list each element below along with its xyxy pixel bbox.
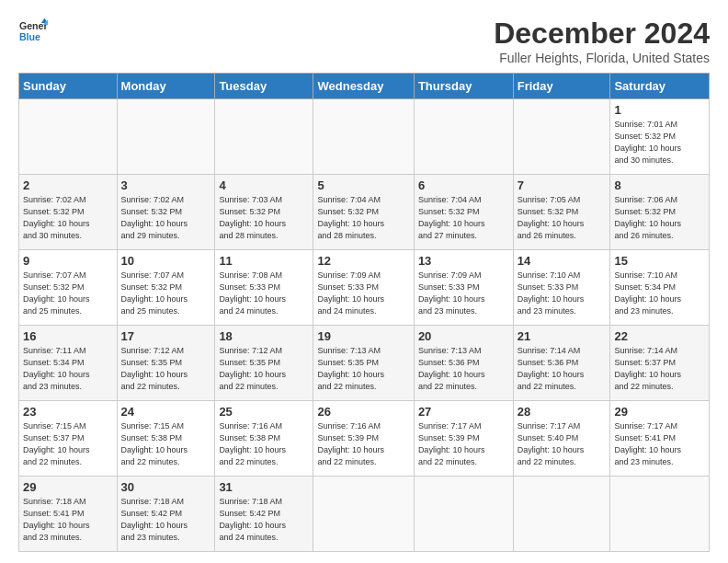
day-number: 20 <box>418 329 509 343</box>
calendar-cell <box>513 477 610 552</box>
day-info: Sunrise: 7:17 AM Sunset: 5:39 PM Dayligh… <box>418 421 485 466</box>
day-info: Sunrise: 7:13 AM Sunset: 5:36 PM Dayligh… <box>418 346 485 391</box>
day-number: 17 <box>121 329 211 343</box>
calendar-cell: 30Sunrise: 7:18 AM Sunset: 5:42 PM Dayli… <box>117 477 215 552</box>
day-number: 18 <box>219 329 309 343</box>
day-number: 29 <box>23 480 113 494</box>
calendar-cell: 26Sunrise: 7:16 AM Sunset: 5:39 PM Dayli… <box>313 401 414 477</box>
calendar-cell: 2Sunrise: 7:02 AM Sunset: 5:32 PM Daylig… <box>19 175 118 250</box>
calendar-cell <box>313 477 414 552</box>
day-number: 16 <box>23 329 113 343</box>
day-number: 28 <box>518 405 607 419</box>
calendar-cell: 19Sunrise: 7:13 AM Sunset: 5:35 PM Dayli… <box>313 326 414 401</box>
day-info: Sunrise: 7:15 AM Sunset: 5:37 PM Dayligh… <box>23 421 90 466</box>
location: Fuller Heights, Florida, United States <box>494 51 710 65</box>
day-info: Sunrise: 7:04 AM Sunset: 5:32 PM Dayligh… <box>317 195 384 240</box>
calendar-cell <box>117 99 215 175</box>
day-number: 9 <box>23 254 113 268</box>
day-info: Sunrise: 7:08 AM Sunset: 5:33 PM Dayligh… <box>219 270 286 316</box>
day-number: 31 <box>219 480 309 494</box>
col-thursday: Thursday <box>414 74 513 99</box>
calendar-cell: 27Sunrise: 7:17 AM Sunset: 5:39 PM Dayli… <box>414 401 513 477</box>
calendar-cell <box>414 477 513 552</box>
day-info: Sunrise: 7:15 AM Sunset: 5:38 PM Dayligh… <box>121 421 188 466</box>
day-number: 19 <box>317 329 409 343</box>
calendar-cell: 31Sunrise: 7:18 AM Sunset: 5:42 PM Dayli… <box>215 477 313 552</box>
day-info: Sunrise: 7:07 AM Sunset: 5:32 PM Dayligh… <box>23 270 90 316</box>
day-info: Sunrise: 7:18 AM Sunset: 5:42 PM Dayligh… <box>219 497 286 542</box>
calendar-cell: 13Sunrise: 7:09 AM Sunset: 5:33 PM Dayli… <box>414 250 513 326</box>
calendar-cell: 7Sunrise: 7:05 AM Sunset: 5:32 PM Daylig… <box>513 175 610 250</box>
day-info: Sunrise: 7:14 AM Sunset: 5:37 PM Dayligh… <box>614 346 681 391</box>
day-info: Sunrise: 7:02 AM Sunset: 5:32 PM Dayligh… <box>121 195 188 240</box>
calendar-cell: 24Sunrise: 7:15 AM Sunset: 5:38 PM Dayli… <box>117 401 215 477</box>
header: General Blue December 2024 Fuller Height… <box>18 17 710 65</box>
day-number: 3 <box>121 178 211 192</box>
calendar-cell: 28Sunrise: 7:17 AM Sunset: 5:40 PM Dayli… <box>513 401 610 477</box>
calendar-cell: 18Sunrise: 7:12 AM Sunset: 5:35 PM Dayli… <box>215 326 313 401</box>
col-monday: Monday <box>117 74 215 99</box>
day-info: Sunrise: 7:13 AM Sunset: 5:35 PM Dayligh… <box>317 346 384 391</box>
day-number: 29 <box>614 405 705 419</box>
day-info: Sunrise: 7:10 AM Sunset: 5:33 PM Dayligh… <box>518 270 585 316</box>
day-info: Sunrise: 7:10 AM Sunset: 5:34 PM Dayligh… <box>614 270 681 316</box>
month-title: December 2024 <box>494 17 710 51</box>
day-number: 25 <box>219 405 309 419</box>
calendar-cell: 14Sunrise: 7:10 AM Sunset: 5:33 PM Dayli… <box>513 250 610 326</box>
day-info: Sunrise: 7:02 AM Sunset: 5:32 PM Dayligh… <box>23 195 90 240</box>
day-info: Sunrise: 7:05 AM Sunset: 5:32 PM Dayligh… <box>518 195 585 240</box>
day-info: Sunrise: 7:18 AM Sunset: 5:42 PM Dayligh… <box>121 497 188 542</box>
calendar-cell: 10Sunrise: 7:07 AM Sunset: 5:32 PM Dayli… <box>117 250 215 326</box>
calendar-cell: 29Sunrise: 7:17 AM Sunset: 5:41 PM Dayli… <box>610 401 710 477</box>
calendar-header-row: Sunday Monday Tuesday Wednesday Thursday… <box>19 74 710 99</box>
col-sunday: Sunday <box>19 74 118 99</box>
logo-icon: General Blue <box>18 17 48 46</box>
calendar-cell: 20Sunrise: 7:13 AM Sunset: 5:36 PM Dayli… <box>414 326 513 401</box>
calendar-cell: 11Sunrise: 7:08 AM Sunset: 5:33 PM Dayli… <box>215 250 313 326</box>
col-saturday: Saturday <box>610 74 710 99</box>
day-number: 4 <box>219 178 309 192</box>
day-number: 15 <box>614 254 705 268</box>
day-info: Sunrise: 7:06 AM Sunset: 5:32 PM Dayligh… <box>614 195 681 240</box>
logo: General Blue <box>18 17 48 46</box>
day-number: 2 <box>23 178 113 192</box>
calendar-cell: 23Sunrise: 7:15 AM Sunset: 5:37 PM Dayli… <box>19 401 118 477</box>
calendar-cell: 15Sunrise: 7:10 AM Sunset: 5:34 PM Dayli… <box>610 250 710 326</box>
calendar-cell <box>19 99 118 175</box>
day-number: 27 <box>418 405 509 419</box>
calendar-cell: 22Sunrise: 7:14 AM Sunset: 5:37 PM Dayli… <box>610 326 710 401</box>
day-number: 13 <box>418 254 509 268</box>
calendar-cell <box>513 99 610 175</box>
day-info: Sunrise: 7:04 AM Sunset: 5:32 PM Dayligh… <box>418 195 485 240</box>
day-number: 12 <box>317 254 409 268</box>
calendar-cell: 16Sunrise: 7:11 AM Sunset: 5:34 PM Dayli… <box>19 326 118 401</box>
calendar-cell: 25Sunrise: 7:16 AM Sunset: 5:38 PM Dayli… <box>215 401 313 477</box>
calendar-cell <box>610 477 710 552</box>
day-info: Sunrise: 7:03 AM Sunset: 5:32 PM Dayligh… <box>219 195 286 240</box>
col-wednesday: Wednesday <box>313 74 414 99</box>
calendar-cell <box>215 99 313 175</box>
title-block: December 2024 Fuller Heights, Florida, U… <box>494 17 710 65</box>
col-tuesday: Tuesday <box>215 74 313 99</box>
day-info: Sunrise: 7:11 AM Sunset: 5:34 PM Dayligh… <box>23 346 90 391</box>
calendar-table: Sunday Monday Tuesday Wednesday Thursday… <box>18 73 710 552</box>
day-info: Sunrise: 7:16 AM Sunset: 5:38 PM Dayligh… <box>219 421 286 466</box>
svg-text:Blue: Blue <box>19 31 40 42</box>
day-number: 11 <box>219 254 309 268</box>
day-info: Sunrise: 7:09 AM Sunset: 5:33 PM Dayligh… <box>418 270 485 316</box>
day-number: 30 <box>121 480 211 494</box>
calendar-cell <box>414 99 513 175</box>
calendar-cell: 29Sunrise: 7:18 AM Sunset: 5:41 PM Dayli… <box>19 477 118 552</box>
calendar-cell <box>313 99 414 175</box>
calendar-cell: 21Sunrise: 7:14 AM Sunset: 5:36 PM Dayli… <box>513 326 610 401</box>
day-info: Sunrise: 7:09 AM Sunset: 5:33 PM Dayligh… <box>317 270 384 316</box>
day-number: 6 <box>418 178 509 192</box>
day-info: Sunrise: 7:12 AM Sunset: 5:35 PM Dayligh… <box>121 346 188 391</box>
calendar-cell: 8Sunrise: 7:06 AM Sunset: 5:32 PM Daylig… <box>610 175 710 250</box>
day-number: 21 <box>518 329 607 343</box>
day-number: 23 <box>23 405 113 419</box>
day-info: Sunrise: 7:16 AM Sunset: 5:39 PM Dayligh… <box>317 421 384 466</box>
day-number: 24 <box>121 405 211 419</box>
calendar-cell: 3Sunrise: 7:02 AM Sunset: 5:32 PM Daylig… <box>117 175 215 250</box>
calendar-cell: 9Sunrise: 7:07 AM Sunset: 5:32 PM Daylig… <box>19 250 118 326</box>
